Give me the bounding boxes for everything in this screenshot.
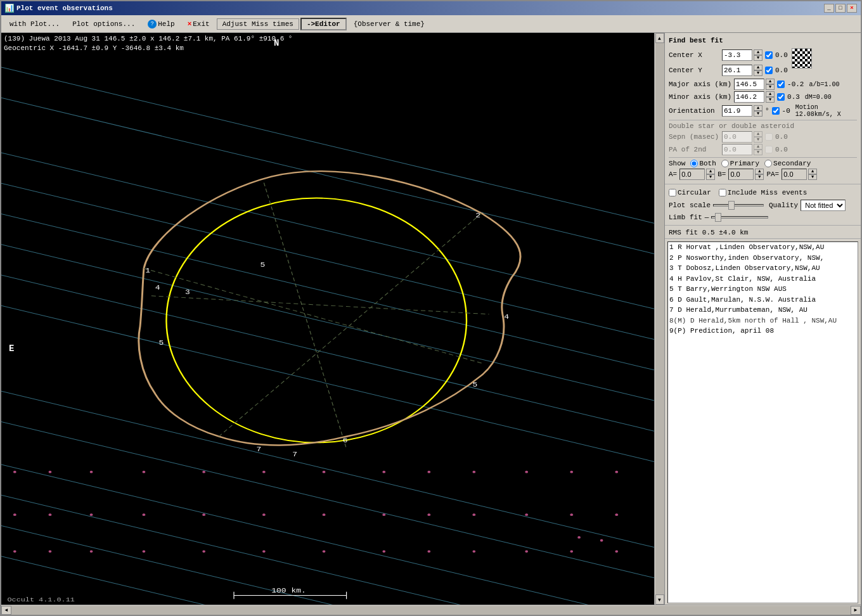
pa-down[interactable]: ▼ [808, 174, 817, 180]
plot-options-button[interactable]: Plot options... [67, 18, 141, 30]
center-y-input[interactable] [722, 65, 752, 76]
a-input[interactable] [679, 169, 705, 180]
minor-axis-input[interactable] [734, 91, 764, 103]
b-down[interactable]: ▼ [755, 174, 764, 180]
list-item-prediction[interactable]: 9(P) Prediction, april 08 [668, 326, 858, 337]
limb-fit-slider[interactable] [711, 216, 768, 219]
list-item[interactable]: 4 H Pavlov,St Clair, NSW, Australia [668, 274, 858, 285]
center-y-field[interactable]: ▲ ▼ [722, 65, 762, 76]
show-secondary-radio[interactable]: Secondary [764, 160, 811, 167]
list-item[interactable]: 2 P Nosworthy,inden Observatory, NSW, [668, 253, 858, 264]
list-item-miss[interactable]: 8(M) D Herald,5km north of Hall , NSW,AU [668, 316, 858, 326]
circular-group[interactable]: Circular [669, 189, 711, 196]
show-both-radio-input[interactable] [690, 160, 698, 167]
scroll-track-x[interactable] [11, 606, 851, 615]
scroll-up-button[interactable]: ▲ [655, 33, 664, 43]
center-x-input[interactable] [722, 49, 752, 61]
major-axis-field[interactable]: ▲ ▼ [734, 79, 775, 90]
exit-button[interactable]: × Exit [182, 18, 216, 30]
pa-up[interactable]: ▲ [808, 169, 817, 174]
b-field[interactable]: ▲ ▼ [728, 169, 764, 180]
minor-axis-down[interactable]: ▼ [766, 97, 775, 103]
editor-button[interactable]: ->Editor [300, 18, 347, 30]
orientation-arrows[interactable]: ▲ ▼ [754, 105, 762, 117]
center-y-up[interactable]: ▲ [754, 65, 762, 70]
plot-canvas[interactable]: 1 4 5 3 5 2 4 5 6 7 7 [1, 33, 654, 605]
include-miss-checkbox[interactable] [719, 189, 726, 196]
orientation-checkbox[interactable] [772, 107, 780, 115]
list-item[interactable]: 3 T Dobosz,Linden Observatory,NSW,AU [668, 263, 858, 274]
orientation-field[interactable]: ▲ ▼ [722, 105, 762, 117]
svg-point-40 [615, 513, 618, 516]
pa-input[interactable] [782, 169, 807, 180]
show-both-radio[interactable]: Both [690, 160, 716, 167]
find-best-fit-title: Find best fit [669, 35, 857, 46]
center-y-down[interactable]: ▼ [754, 70, 762, 76]
major-axis-up[interactable]: ▲ [766, 79, 775, 84]
a-up[interactable]: ▲ [706, 169, 715, 174]
a-arrows[interactable]: ▲ ▼ [706, 169, 715, 180]
major-axis-input[interactable] [734, 79, 764, 90]
pa-arrows[interactable]: ▲ ▼ [808, 169, 817, 180]
pa-field[interactable]: ▲ ▼ [782, 169, 817, 180]
center-x-down[interactable]: ▼ [754, 55, 762, 61]
minor-axis-up[interactable]: ▲ [766, 91, 775, 97]
plot-scale-slider[interactable] [713, 204, 764, 207]
with-plot-button[interactable]: with Plot... [4, 18, 65, 30]
help-button[interactable]: ? Help [142, 18, 180, 30]
orientation-up[interactable]: ▲ [754, 105, 762, 111]
center-x-up[interactable]: ▲ [754, 49, 762, 55]
minor-axis-arrows[interactable]: ▲ ▼ [766, 91, 775, 103]
minimize-button[interactable]: _ [824, 4, 834, 13]
minor-axis-checkbox[interactable] [777, 93, 785, 101]
plot-scrollbar-y[interactable]: ▲ ▼ [654, 33, 664, 605]
scroll-down-button[interactable]: ▼ [655, 594, 664, 605]
minor-axis-field[interactable]: ▲ ▼ [734, 91, 775, 103]
svg-point-25 [525, 471, 528, 473]
checkerboard-pattern-icon[interactable] [792, 48, 812, 68]
svg-point-31 [143, 513, 146, 516]
list-item[interactable]: 5 T Barry,Werrington NSW AUS [668, 284, 858, 295]
b-input[interactable] [728, 169, 754, 180]
orientation-down[interactable]: ▼ [754, 111, 762, 117]
plot-scrollbar-x[interactable]: ◄ ► [1, 605, 861, 615]
major-axis-checkbox[interactable] [777, 80, 785, 88]
plot-area[interactable]: (139) Juewa 2013 Aug 31 146.5 ±2.0 x 146… [1, 33, 654, 605]
center-x-arrows[interactable]: ▲ ▼ [754, 49, 762, 61]
maximize-button[interactable]: □ [835, 4, 846, 13]
a-field[interactable]: ▲ ▼ [679, 169, 715, 180]
show-primary-radio[interactable]: Primary [721, 160, 759, 167]
b-arrows[interactable]: ▲ ▼ [755, 169, 764, 180]
scroll-right-button[interactable]: ► [851, 606, 861, 615]
observers-list[interactable]: 1 R Horvat ,Linden Observatory,NSW,AU 2 … [667, 241, 858, 603]
center-x-checkbox[interactable] [765, 51, 773, 59]
quality-select[interactable]: Not fitted Fitted Good Excellent [801, 200, 846, 211]
scroll-track-y[interactable] [655, 43, 664, 594]
svg-point-22 [382, 471, 385, 473]
adjust-miss-button[interactable]: Adjust Miss times [217, 18, 299, 30]
include-miss-group[interactable]: Include Miss events [719, 189, 807, 196]
show-primary-radio-input[interactable] [721, 160, 729, 167]
list-item[interactable]: 6 D Gault,Marulan, N.S.W. Australia [668, 295, 858, 305]
title-bar-controls[interactable]: _ □ × [824, 4, 857, 13]
pa-label: PA= [766, 170, 779, 178]
scroll-left-button[interactable]: ◄ [1, 606, 11, 615]
b-up[interactable]: ▲ [755, 169, 764, 174]
observer-time-button[interactable]: {Observer & time} [348, 18, 430, 30]
close-button[interactable]: × [847, 4, 857, 13]
list-item[interactable]: 1 R Horvat ,Linden Observatory,NSW,AU [668, 242, 858, 253]
double-star-title: Double star or double asteroid [669, 122, 857, 130]
major-axis-arrows[interactable]: ▲ ▼ [766, 79, 775, 90]
center-y-arrows[interactable]: ▲ ▼ [754, 65, 762, 76]
a-down[interactable]: ▼ [706, 174, 715, 180]
orientation-input[interactable] [722, 105, 752, 117]
list-item[interactable]: 7 D Herald,Murrumbateman, NSW, AU [668, 305, 858, 316]
major-axis-down[interactable]: ▼ [766, 84, 775, 90]
show-secondary-radio-input[interactable] [764, 160, 772, 167]
plot-title-line2: Geocentric X -1641.7 ±0.9 Y -3646.8 ±3.4… [4, 44, 292, 53]
circular-checkbox[interactable] [669, 189, 676, 196]
plot-scale-thumb[interactable] [728, 201, 735, 210]
limb-fit-thumb[interactable] [715, 213, 721, 222]
center-x-field[interactable]: ▲ ▼ [722, 49, 762, 61]
center-y-checkbox[interactable] [765, 67, 773, 74]
